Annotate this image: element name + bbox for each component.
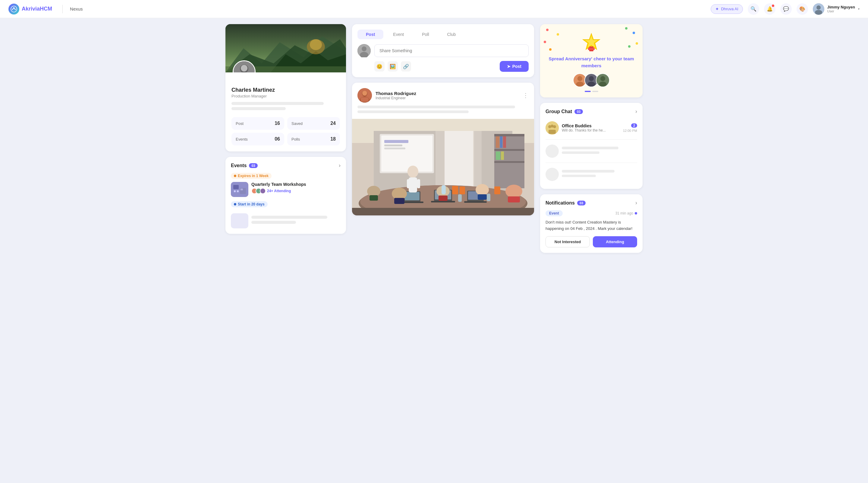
event-dot-icon (234, 203, 236, 205)
stat-polls[interactable]: Polls 18 (287, 133, 340, 145)
tab-post[interactable]: Post (358, 30, 383, 39)
anniversary-avatar[interactable] (596, 73, 610, 87)
svg-rect-50 (503, 136, 506, 148)
notification-body: Don't miss out! Content Creation Mastery… (546, 219, 637, 232)
notification-time-area: 31 min ago (615, 211, 637, 216)
svg-rect-49 (500, 136, 502, 148)
profile-info: Charles Martinez Production Manager (225, 73, 346, 117)
message-icon: 💬 (783, 6, 789, 12)
skeleton-lines (562, 170, 637, 179)
post-input[interactable] (374, 44, 529, 57)
svg-point-3 (816, 5, 821, 10)
chat-see-more-button[interactable]: › (635, 108, 637, 115)
svg-rect-82 (494, 187, 500, 194)
svg-point-15 (241, 65, 247, 72)
svg-point-96 (600, 76, 605, 81)
emoji-button[interactable]: 😊 (374, 61, 384, 72)
svg-rect-88 (588, 48, 595, 50)
chat-title-area: Group Chat 03 (546, 109, 583, 114)
nav-divider (62, 5, 63, 13)
attendee-avatars-list (251, 188, 266, 194)
carousel-dot-inactive[interactable] (592, 91, 598, 92)
events-card: Events 03 › Expires in 1 Week (225, 157, 346, 234)
post-composer: Post Event Poll Club 😊 (352, 24, 534, 77)
notification-badge (772, 4, 774, 7)
svg-rect-46 (494, 149, 524, 151)
event-attendees: 24+ Attending (251, 188, 341, 194)
tab-club[interactable]: Club (439, 30, 464, 39)
logo-icon (8, 4, 19, 15)
svg-rect-83 (441, 185, 446, 194)
feed-post-image (352, 119, 534, 216)
product-name: Nexus (70, 6, 83, 11)
svg-rect-63 (464, 201, 487, 203)
skeleton-avatar (546, 144, 559, 158)
notifications-button[interactable]: 🔔 (764, 3, 775, 15)
svg-point-76 (505, 184, 522, 198)
more-options-button[interactable]: ⋮ (523, 92, 529, 99)
stat-saved[interactable]: Saved 24 (287, 117, 340, 130)
not-interested-button[interactable]: Not Interested (546, 236, 590, 247)
tab-event[interactable]: Event (384, 30, 412, 39)
svg-rect-37 (435, 131, 444, 191)
profile-stats: Post 16 Saved 24 Events 06 Polls 18 (225, 117, 346, 151)
skeleton-line (562, 151, 599, 154)
profile-skeleton (231, 102, 340, 110)
top-navigation: AkriviaHCM Nexus ✦ Dhruva AI 🔍 🔔 💬 🎨 Jim… (0, 0, 868, 18)
dhruva-ai-button[interactable]: ✦ Dhruva AI (711, 4, 743, 14)
profile-card: Charles Martinez Production Manager Post… (225, 24, 346, 151)
profile-banner (225, 24, 346, 73)
svg-point-11 (310, 39, 322, 50)
messages-button[interactable]: 💬 (780, 3, 792, 15)
feed-user-avatar (358, 88, 372, 103)
skeleton-avatar (546, 168, 559, 181)
link-button[interactable]: 🔗 (401, 61, 411, 72)
svg-rect-43 (384, 147, 405, 149)
attendee-avatar (260, 188, 266, 194)
medal-icon (581, 32, 602, 53)
svg-rect-52 (501, 151, 504, 160)
logo-text: AkriviaHCM (22, 6, 52, 12)
ai-icon: ✦ (715, 6, 719, 12)
svg-rect-65 (487, 194, 490, 201)
anniversary-card: Spread Anniversary' cheer to your team m… (540, 24, 643, 97)
svg-rect-102 (549, 130, 556, 134)
skeleton-lines (251, 216, 341, 226)
svg-rect-60 (431, 201, 455, 202)
user-info: Jimmy Nguyen User (827, 5, 855, 13)
svg-rect-38 (474, 131, 482, 191)
chat-list-item[interactable]: Office Buddies Will do. Thanks for the h… (546, 119, 637, 137)
carousel-dot-active[interactable] (585, 91, 591, 92)
search-button[interactable]: 🔍 (748, 3, 759, 15)
attending-button[interactable]: Attending (593, 236, 637, 247)
stat-events[interactable]: Events 06 (231, 133, 284, 145)
link-icon: 🔗 (403, 64, 409, 69)
feed-post-header: Thomas Rodriguez Industrial Engineer ⋮ (352, 83, 534, 106)
media-button[interactable]: 🖼️ (388, 61, 398, 72)
svg-rect-80 (452, 186, 458, 194)
user-profile-button[interactable]: Jimmy Nguyen User ▾ (813, 3, 860, 15)
tab-poll[interactable]: Poll (413, 30, 437, 39)
notifications-title-area: Notifications 03 (546, 200, 586, 206)
svg-point-94 (587, 82, 595, 87)
notifications-see-more-button[interactable]: › (635, 200, 637, 206)
post-submit-button[interactable]: ➤ Post (500, 61, 529, 72)
profile-title: Production Manager (231, 94, 340, 98)
svg-point-29 (362, 91, 367, 96)
chat-meta: 2 12:00 PM (623, 123, 637, 133)
feed-user-info: Thomas Rodriguez Industrial Engineer (375, 91, 519, 100)
svg-point-101 (553, 125, 556, 128)
stat-post[interactable]: Post 16 (231, 117, 284, 130)
events-see-more-button[interactable]: › (339, 162, 341, 169)
svg-rect-68 (407, 179, 410, 188)
svg-point-66 (407, 166, 418, 178)
svg-rect-77 (508, 196, 520, 202)
svg-rect-71 (394, 198, 404, 204)
composer-input-row (358, 44, 529, 57)
logo-area[interactable]: AkriviaHCM (8, 4, 52, 15)
svg-rect-42 (384, 144, 402, 146)
event-list-item[interactable]: Quarterly Team Workshops 24+ Attending (231, 182, 341, 197)
svg-rect-30 (361, 97, 369, 102)
skeleton-line (251, 216, 327, 219)
apps-button[interactable]: 🎨 (797, 3, 808, 15)
